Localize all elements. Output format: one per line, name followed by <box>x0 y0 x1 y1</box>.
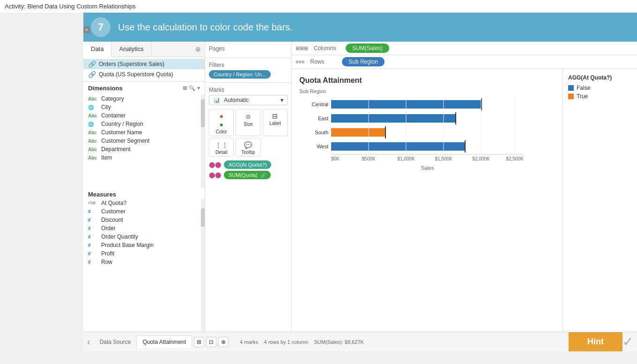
rows-icon: ≡≡≡ <box>296 59 304 65</box>
sum-quota-pill[interactable]: SUM(Quota) 🔗 <box>224 171 271 179</box>
detail-button[interactable]: ⋮⋮ Detail <box>209 138 234 157</box>
middle-panel: Pages Filters Country / Region: Un... Ma… <box>205 42 292 332</box>
legend-color-true <box>568 94 574 99</box>
west-bar-blue <box>331 142 465 151</box>
size-button[interactable]: ⌾ Size <box>236 109 260 136</box>
label-button[interactable]: ⊟ Label <box>263 109 288 136</box>
field-type-icon: # <box>88 209 98 214</box>
field-type-icon: •TIF <box>88 201 98 205</box>
step-number: 7 <box>91 17 111 37</box>
tab-quota-attainment[interactable]: Quota Attainment <box>136 335 192 348</box>
step-text: Use the calculation to color code the ba… <box>118 22 292 33</box>
datasource-quota-icon: 🔗 <box>88 71 96 78</box>
field-type-icon: # <box>88 243 98 248</box>
field-label: Container <box>101 112 126 119</box>
south-marker <box>385 126 386 138</box>
link-icon: 🔗 <box>260 173 266 178</box>
measures-scrollbar-thumb <box>201 208 205 227</box>
rows-pill[interactable]: Sub Region <box>342 57 385 66</box>
agg-quota-pill[interactable]: AGG(At Quota?) <box>224 160 271 169</box>
add-dashboard-icon[interactable]: ⊕ <box>218 337 229 347</box>
field-item[interactable]: Abc Customer Name <box>83 128 205 137</box>
measure-field-item[interactable]: # Product Base Margin <box>83 241 205 249</box>
datasource-orders[interactable]: 🔗 Orders (Superstore Sales) <box>83 59 205 69</box>
east-bar-blue <box>331 114 455 123</box>
field-item[interactable]: 🌐 City <box>83 103 205 111</box>
data-panel: Data Analytics ⊕ 🔗 Orders (Superstore Sa… <box>83 42 205 332</box>
color-button[interactable]: ●● Color <box>209 109 234 136</box>
tab-analytics[interactable]: Analytics <box>111 42 151 57</box>
mark-pill-row-2: ⬤⬤ SUM(Quota) 🔗 <box>209 171 288 179</box>
field-item[interactable]: Abc Department <box>83 145 205 153</box>
axis-2500k: $2,500K <box>506 156 524 161</box>
field-label: Product Base Margin <box>101 242 154 248</box>
grid-icon[interactable]: ⊞ <box>183 85 187 91</box>
measures-header: Measures <box>83 188 205 199</box>
marks-dropdown[interactable]: 📊 Automatic ▾ <box>209 95 288 105</box>
search-icon[interactable]: 🔍 <box>189 85 195 91</box>
measure-field-item[interactable]: # Profit <box>83 249 205 258</box>
detail-label: Detail <box>215 150 228 155</box>
legend-title: AGG(At Quota?) <box>568 74 631 81</box>
mark-pill-row-1: ⬤⬤ AGG(At Quota?) <box>209 160 288 169</box>
sum-info: SUM(Sales): $8,627K <box>314 339 363 345</box>
nav-prev[interactable]: ‹ <box>87 336 90 347</box>
pages-label: Pages <box>209 45 288 52</box>
measures-scrollbar[interactable] <box>201 199 205 332</box>
tab-data-source[interactable]: Data Source <box>94 336 137 348</box>
field-label: Department <box>101 146 131 153</box>
new-sheet-icon[interactable]: ⊞ <box>194 337 204 347</box>
measure-field-item[interactable]: # Order <box>83 224 205 233</box>
tooltip-button[interactable]: 💬 Tooltip <box>236 138 260 157</box>
field-label: Discount <box>101 217 123 223</box>
field-item[interactable]: 🌐 Country / Region <box>83 120 205 128</box>
field-label: Customer Name <box>101 129 142 136</box>
measure-field-item[interactable]: # Discount <box>83 216 205 224</box>
field-type-icon: Abc <box>88 147 98 152</box>
field-label: Row <box>101 259 112 265</box>
dim-scrollbar[interactable] <box>201 95 205 188</box>
field-item[interactable]: Abc Category <box>83 95 205 103</box>
legend-panel: AGG(At Quota?) False True <box>562 69 637 332</box>
field-label: Country / Region <box>101 121 143 127</box>
size-icon: ⌾ <box>246 112 251 121</box>
east-marker <box>455 112 456 124</box>
field-label: Profit <box>101 250 114 257</box>
measure-field-item[interactable]: •TIF At Quota? <box>83 199 205 207</box>
axis-500k: $500K <box>362 156 376 161</box>
field-item[interactable]: Abc Container <box>83 111 205 120</box>
dropdown-icon[interactable]: ▾ <box>197 85 200 91</box>
field-type-icon: Abc <box>88 155 98 160</box>
data-panel-settings[interactable]: ⊕ <box>192 42 205 57</box>
measure-field-item[interactable]: # Row <box>83 258 205 266</box>
legend-label-false: False <box>577 85 590 91</box>
measure-field-item[interactable]: # Customer <box>83 207 205 216</box>
measure-field-item[interactable]: # Order Quantity <box>83 233 205 241</box>
hint-button[interactable]: Hint <box>569 332 622 351</box>
duplicate-sheet-icon[interactable]: ⊡ <box>206 337 216 347</box>
columns-icon: ⊞⊞⊞ <box>296 45 308 51</box>
tab-data[interactable]: Data <box>83 42 111 57</box>
west-marker <box>465 140 466 153</box>
columns-shelf: ⊞⊞⊞ Columns SUM(Sales) <box>292 42 637 55</box>
columns-pill[interactable]: SUM(Sales) <box>346 44 389 53</box>
sum-quota-label: SUM(Quota) <box>229 172 258 178</box>
data-tabs: Data Analytics ⊕ <box>83 42 205 57</box>
field-item[interactable]: Abc Item <box>83 153 205 162</box>
color-label: Color <box>216 129 227 134</box>
label-icon: ⊟ <box>272 112 278 120</box>
bar-chart-icon: 📊 <box>213 97 220 103</box>
field-label: City <box>101 104 111 110</box>
check-button[interactable]: ✓ <box>622 334 633 349</box>
datasource-quota[interactable]: 🔗 Quota (US Superstore Quota) <box>83 69 205 80</box>
filters-label: Filters <box>209 62 288 68</box>
field-type-icon: 🌐 <box>88 122 98 127</box>
marks-count: 4 marks <box>240 339 258 345</box>
filter-pill[interactable]: Country / Region: Un... <box>209 70 271 79</box>
field-label: Category <box>101 95 124 102</box>
field-type-icon: # <box>88 234 98 240</box>
field-item[interactable]: Abc Customer Segment <box>83 137 205 145</box>
expand-icon[interactable]: » <box>83 26 90 33</box>
field-label: At Quota? <box>101 200 126 206</box>
chart-view: Quota Attainment Sub Region Central East <box>292 69 562 332</box>
